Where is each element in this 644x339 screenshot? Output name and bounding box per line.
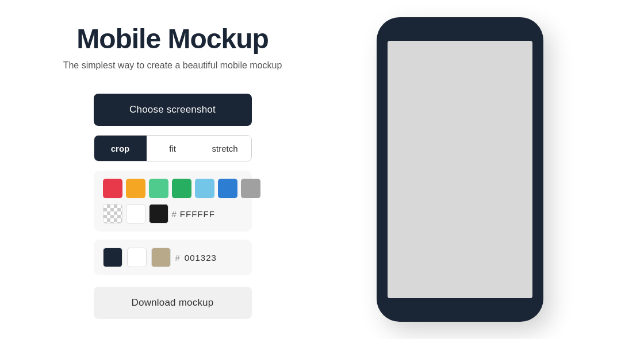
app-subtitle: The simplest way to create a beautiful m… <box>63 60 282 71</box>
swatch-light-blue[interactable] <box>195 179 214 198</box>
swatch-black[interactable] <box>149 204 168 224</box>
device-swatch-white[interactable] <box>127 248 147 267</box>
device-color-row: # <box>103 248 243 267</box>
fit-mode-crop[interactable]: crop <box>94 136 147 161</box>
background-color-section: # <box>94 171 252 232</box>
swatch-mint[interactable] <box>149 179 168 198</box>
bg-hex-row: # <box>103 204 243 224</box>
fit-mode-group: crop fit stretch <box>94 135 252 161</box>
fit-mode-fit[interactable]: fit <box>147 136 199 161</box>
color-swatches <box>103 179 243 198</box>
phone-screen <box>388 41 532 298</box>
bg-hash-symbol: # <box>172 209 177 219</box>
device-hex-input[interactable] <box>185 253 242 263</box>
device-color-section: # <box>94 240 252 275</box>
swatch-blue[interactable] <box>218 179 237 198</box>
swatch-red[interactable] <box>103 179 122 198</box>
swatch-orange[interactable] <box>126 179 145 198</box>
right-panel <box>310 17 610 322</box>
phone-mockup <box>377 17 543 322</box>
swatch-gray[interactable] <box>241 179 260 198</box>
download-button[interactable]: Download mockup <box>94 287 252 319</box>
swatch-white[interactable] <box>126 204 145 224</box>
app-title: Mobile Mockup <box>76 23 269 55</box>
swatch-green[interactable] <box>172 179 191 198</box>
device-swatch-gold[interactable] <box>151 248 171 267</box>
device-swatch-dark[interactable] <box>103 248 122 267</box>
left-panel: Mobile Mockup The simplest way to create… <box>34 17 310 319</box>
device-hash-symbol: # <box>175 253 180 263</box>
choose-screenshot-button[interactable]: Choose screenshot <box>94 94 252 126</box>
swatch-transparent[interactable] <box>103 204 122 224</box>
bg-hex-input[interactable] <box>180 209 237 219</box>
fit-mode-stretch[interactable]: stretch <box>199 136 251 161</box>
